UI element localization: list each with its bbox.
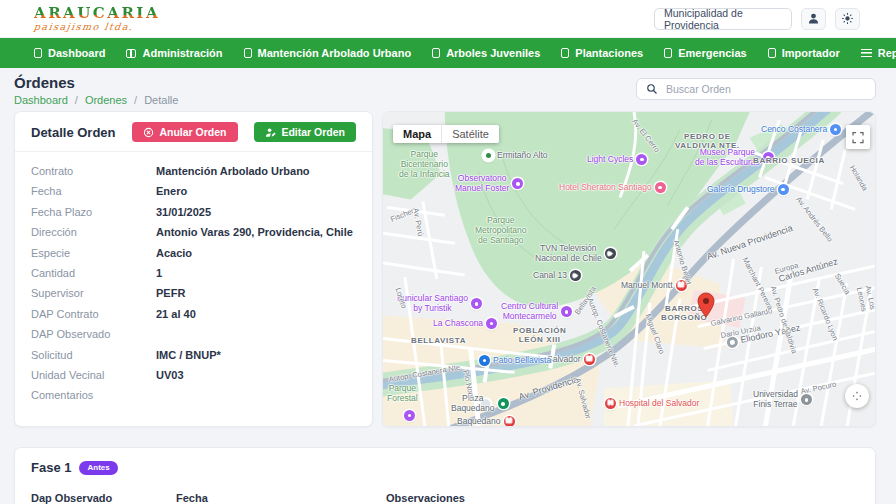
map-label-text: Parque Forestal: [387, 384, 418, 404]
field-value: Enero: [156, 185, 187, 197]
map-label-autop-costanera-nte: Autop. Costanera Nte.: [388, 363, 463, 384]
map-label-text: Loreto: [393, 287, 408, 310]
cols-icon: [126, 49, 136, 58]
municipality-select[interactable]: Municipalidad de Providencia: [654, 8, 792, 30]
blue2-map-icon: [479, 355, 490, 366]
fase-title: Fase 1: [31, 460, 71, 475]
map-label-text: Universidad Finis Terrae: [753, 390, 798, 410]
fullscreen-icon: [852, 131, 864, 144]
anular-orden-label: Anular Orden: [159, 126, 226, 138]
map-label-cenco-costanera: Cenco Costanera: [761, 124, 841, 135]
fase-column-dap-observado: Dap Observado: [31, 492, 176, 504]
purple-map-icon: [404, 410, 415, 421]
map-label-hospital-del-salvador: HHospital del Salvador: [605, 398, 699, 409]
nav-item-label: Arboles Juveniles: [446, 47, 540, 59]
map-label-text: Av. Providencia: [517, 374, 579, 402]
nav-item-mantencion-arbolado-urbano[interactable]: Mantención Arbolado Urbano: [244, 47, 412, 59]
nav-item-plantaciones[interactable]: Plantaciones: [561, 47, 643, 59]
nav-item-label: Importador: [782, 47, 840, 59]
breadcrumb-item-dashboard[interactable]: Dashboard: [14, 94, 68, 106]
map-label-text: Hotel Sheraton Santiago: [559, 183, 652, 193]
field-label: Comentarios: [31, 389, 156, 401]
map-label-text: Cenco Costanera: [761, 125, 827, 135]
nav-item-arboles-juveniles[interactable]: Arboles Juveniles: [432, 47, 540, 59]
map-pan-control[interactable]: [845, 384, 869, 408]
sun-icon: [841, 12, 854, 25]
metro-map-icon: M: [504, 416, 515, 427]
map-type-mapa-button[interactable]: Mapa: [393, 125, 441, 143]
map-label-barrio-suecia: BARRIO SUECIA: [753, 156, 825, 165]
field-value: Acacio: [156, 247, 192, 259]
map-label-text: Parque Metropolitano de Santiago: [475, 216, 527, 245]
map-label-text: Av. Andrés Bello: [794, 196, 834, 244]
map-label-text: Av. Ricardo Lyon: [810, 287, 839, 342]
field-value: Antonio Varas 290, Providencia, Chile: [156, 226, 353, 238]
map-label-text: Patio Bellavista: [493, 356, 551, 366]
metro-map-icon: M: [584, 354, 595, 365]
field-label: Contrato: [31, 165, 156, 177]
nav-item-reportes[interactable]: Reportes: [861, 47, 896, 59]
purple-map-icon: [636, 154, 647, 165]
fase-columns: Dap ObservadoFechaObservaciones: [31, 492, 859, 504]
map-label-text: La Chascona: [433, 319, 483, 329]
file-icon: [244, 48, 252, 58]
file-icon: [432, 48, 440, 58]
map-card: Cenco CostaneraPEDRO DE VALDIVIA NTE.Mus…: [382, 111, 876, 427]
hosp-map-icon: H: [605, 398, 616, 409]
blue-map-icon: [778, 184, 789, 195]
purple-map-icon: [512, 178, 523, 189]
field-value: 31/01/2025: [156, 206, 211, 218]
map-label-suecia: Suecia: [832, 272, 851, 296]
fase-1-card: Fase 1 Antes Dap ObservadoFechaObservaci…: [14, 447, 876, 504]
breadcrumb-item-ordenes[interactable]: Ordenes: [85, 94, 127, 106]
map-label-parque-bicentenario-de-la-infancia: Parque Bicentenario de la Infancia: [399, 150, 450, 179]
map-label-av-providencia: Av. Providencia: [517, 374, 579, 402]
editar-orden-button[interactable]: Editar Orden: [254, 122, 356, 142]
field-value: UV03: [156, 369, 184, 381]
map-label-av-pocuro: Av. Pocuro: [800, 381, 837, 397]
pink-map-icon: [655, 182, 666, 193]
nav-item-emergencias[interactable]: Emergencias: [664, 47, 746, 59]
nav-item-administracion[interactable]: Administración: [126, 47, 222, 59]
theme-toggle-button[interactable]: [835, 8, 860, 30]
map-type-satelite-button[interactable]: Satélite: [441, 125, 499, 143]
dark-map-icon: ▶: [605, 248, 616, 259]
map-label-salvador: SalvadorM: [547, 354, 595, 365]
detail-title: Detalle Orden: [31, 125, 116, 140]
anular-orden-button[interactable]: Anular Orden: [132, 122, 237, 142]
map-label-poblacion-leon-xiii: POBLACIÓN LEÓN XIII: [513, 326, 566, 344]
map-label-text: Parque Bicentenario de la Infancia: [399, 150, 450, 179]
nav-item-importador[interactable]: Importador: [768, 47, 840, 59]
cancel-circle-icon: [143, 127, 154, 138]
green-map-icon: [498, 398, 509, 409]
map-label-plaza-baquedano: Plaza Baquedano: [451, 394, 509, 414]
cards-row: Detalle Orden Anular Orden Editar Orden …: [14, 111, 876, 427]
field-row-fecha-plazo: Fecha Plazo31/01/2025: [31, 206, 356, 226]
map-label-text: Av. Pocuro: [800, 381, 837, 397]
search-input[interactable]: [664, 82, 866, 96]
blue-map-icon: [830, 124, 841, 135]
map-label-tvn-television-nacional-de-chile: TVN Televisión Nacional de Chile▶: [535, 244, 616, 264]
map-label-av-ricardo-lyon: Av. Ricardo Lyon: [810, 287, 839, 342]
map-label-ermitano-alto: Ermitaño Alto: [483, 150, 548, 161]
field-row-contrato: ContratoMantención Arbolado Urbano: [31, 165, 356, 185]
field-label: Fecha Plazo: [31, 206, 156, 218]
brand-logo: ARAUCARIA paisajismo ltda.: [34, 6, 160, 32]
order-detail-card: Detalle Orden Anular Orden Editar Orden …: [14, 111, 373, 427]
field-value: 21 al 40: [156, 308, 196, 320]
map-label-text: Baquedano: [457, 417, 501, 427]
map-label-manuel-montt: Manuel MonttM: [621, 280, 687, 291]
map-label-av-andres-bello: Av. Andrés Bello: [794, 196, 834, 244]
user-icon: [807, 12, 820, 25]
fase-column-observaciones: Observaciones: [386, 492, 859, 504]
user-button[interactable]: [801, 8, 826, 30]
nav-item-dashboard[interactable]: Dashboard: [34, 47, 105, 59]
map-fullscreen-button[interactable]: [846, 125, 870, 149]
field-row-cantidad: Cantidad1: [31, 267, 356, 287]
breadcrumb-item-detalle: Detalle: [144, 94, 178, 106]
map-label-text: Marchant Pereira: [740, 256, 774, 311]
map-label-av-los-leones: Av. Los Leones: [855, 285, 876, 313]
map-label-text: Hospital del Salvador: [619, 399, 699, 409]
map-label-text: Suecia: [832, 272, 851, 296]
map-label-text: Galvarino Gallardo: [710, 307, 773, 328]
